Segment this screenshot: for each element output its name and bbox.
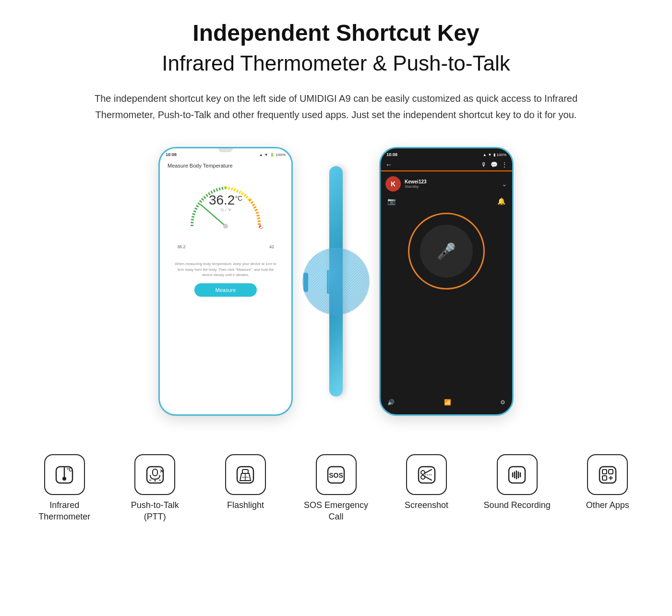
button-highlight bbox=[303, 273, 308, 292]
ptt-chat-icon: 💬 bbox=[491, 161, 498, 168]
gauge-container: 36.2 °C °C / °F bbox=[168, 173, 284, 241]
svg-rect-14 bbox=[242, 470, 248, 473]
svg-rect-32 bbox=[602, 470, 607, 474]
temp-reading: 36.2 °C bbox=[209, 193, 242, 208]
ptt-toolbar-icons: 🎙 💬 ⋮ bbox=[481, 161, 507, 168]
p2-signal-icon: ▲ bbox=[483, 153, 487, 157]
temp-range-high: 42 bbox=[269, 244, 274, 249]
ptt-bell-icon[interactable]: 🔔 bbox=[497, 197, 505, 205]
gauge-center-dot bbox=[223, 224, 228, 229]
side-phone-container bbox=[307, 147, 365, 416]
battery-icon: 🔋 bbox=[270, 153, 275, 157]
flashlight-icon bbox=[233, 463, 257, 487]
sub-title: Infrared Thermometer & Push-to-Talk bbox=[29, 51, 643, 76]
icon-item-sos: SOS SOS EmergencyCall bbox=[300, 454, 372, 522]
thermo-app-title: Measure Body Temperature bbox=[168, 163, 284, 169]
ptt-tools-row: 📷 🔔 bbox=[381, 194, 512, 208]
temp-unit-toggle: °C / °F bbox=[209, 208, 242, 212]
screenshot-icon bbox=[415, 463, 439, 487]
ptt-contact-status: Standby bbox=[405, 184, 502, 189]
header-section: Independent Shortcut Key Infrared Thermo… bbox=[29, 19, 643, 76]
sound-icon-box bbox=[497, 454, 538, 495]
ptt-volume-icon[interactable]: 🔊 bbox=[387, 399, 395, 406]
temp-value: 36.2 bbox=[209, 193, 235, 208]
icon-item-infrared: °C InfraredThermometer bbox=[29, 454, 100, 522]
p2-wifi-icon: ▼ bbox=[488, 153, 492, 157]
ptt-bottom-row: 🔊 📶 ⚙ bbox=[381, 395, 512, 410]
gauge-orange-arc bbox=[250, 200, 259, 226]
ptt-outer-ring: 🎤 bbox=[408, 213, 485, 290]
ptt-settings-icon[interactable]: ⚙ bbox=[500, 399, 505, 406]
temp-display: 36.2 °C °C / °F bbox=[209, 193, 242, 212]
other-apps-icon-label: Other Apps bbox=[586, 500, 629, 511]
svg-point-4 bbox=[62, 477, 66, 481]
side-phone-circle-highlight bbox=[302, 248, 370, 315]
ptt-name-block: Kewei123 Standby bbox=[405, 179, 502, 189]
ptt-contact-name: Kewei123 bbox=[405, 179, 502, 184]
ptt-contact-row: K Kewei123 Standby ⌄ bbox=[381, 173, 512, 194]
flashlight-icon-label: Flashlight bbox=[227, 500, 264, 511]
ptt-avatar: K bbox=[385, 176, 401, 192]
svg-rect-33 bbox=[609, 470, 613, 474]
ptt-signal-icon: 📶 bbox=[444, 399, 451, 406]
screenshot-icon-label: Screenshot bbox=[405, 500, 448, 511]
ptt-camera-icon[interactable]: 📷 bbox=[387, 197, 396, 205]
ptt-chevron-icon: ⌄ bbox=[502, 180, 507, 188]
phone1-status-icons: ▲ ▼ 🔋 100% bbox=[259, 153, 286, 157]
ptt-more-icon[interactable]: ⋮ bbox=[502, 161, 507, 168]
phone2-notch bbox=[439, 148, 454, 152]
thermo-instructions: When measuring body temperature, keep yo… bbox=[172, 261, 279, 278]
ptt-icon-label: Push-to-Talk(PTT) bbox=[131, 500, 179, 522]
ptt-mic-icon: 🎙 bbox=[481, 161, 487, 168]
thermo-app-content: Measure Body Temperature bbox=[160, 159, 291, 302]
ptt-app-bar: ← 🎙 💬 ⋮ bbox=[381, 159, 512, 171]
icon-item-flashlight: Flashlight bbox=[210, 454, 281, 511]
svg-text:SOS: SOS bbox=[329, 471, 343, 479]
phone2-frame: 10:08 ▲ ▼ ▮ 100% ← 🎙 💬 ⋮ bbox=[379, 147, 514, 416]
battery-percent: 100% bbox=[276, 153, 286, 157]
icon-item-screenshot: Screenshot bbox=[391, 454, 462, 511]
svg-rect-7 bbox=[153, 469, 157, 476]
main-title: Independent Shortcut Key bbox=[29, 19, 643, 47]
phones-section: 10:08 ▲ ▼ 🔋 100% Measure Body Temperatur… bbox=[29, 147, 643, 416]
phone1-notch bbox=[218, 148, 233, 152]
screenshot-icon-box bbox=[406, 454, 447, 495]
sound-recording-icon bbox=[505, 463, 529, 487]
infrared-icon-box: °C bbox=[44, 454, 85, 495]
phone1-time: 10:08 bbox=[166, 152, 177, 157]
signal-icon: ▲ bbox=[259, 153, 263, 157]
side-phone-texture bbox=[302, 248, 370, 315]
svg-rect-34 bbox=[602, 476, 607, 480]
icon-item-ptt: Push-to-Talk(PTT) bbox=[120, 454, 191, 522]
ptt-mic-area: 🎤 bbox=[381, 213, 512, 290]
svg-point-1 bbox=[303, 249, 369, 314]
p2-battery-pct: 100% bbox=[497, 153, 506, 157]
phone1-frame: 10:08 ▲ ▼ 🔋 100% Measure Body Temperatur… bbox=[158, 147, 293, 416]
sos-icon-box: SOS bbox=[316, 454, 357, 495]
measure-button[interactable]: Measure bbox=[194, 283, 257, 297]
infrared-thermometer-icon: °C bbox=[52, 463, 76, 487]
phone1-wrapper: 10:08 ▲ ▼ 🔋 100% Measure Body Temperatur… bbox=[158, 147, 293, 416]
phone2-status-icons: ▲ ▼ ▮ 100% bbox=[483, 153, 506, 157]
p2-battery-icon: ▮ bbox=[493, 153, 495, 157]
phone2-time: 10:08 bbox=[386, 152, 397, 157]
sos-icon-label: SOS EmergencyCall bbox=[304, 500, 368, 522]
ptt-icon-box bbox=[134, 454, 175, 495]
ptt-back-icon[interactable]: ← bbox=[385, 161, 392, 169]
icon-item-sound: Sound Recording bbox=[481, 454, 553, 511]
flashlight-icon-box bbox=[225, 454, 266, 495]
sos-icon: SOS bbox=[324, 463, 348, 487]
temp-range: 36.2 42 bbox=[168, 244, 284, 249]
temp-unit-super: °C bbox=[235, 194, 242, 202]
svg-line-23 bbox=[424, 476, 432, 480]
description: The independent shortcut key on the left… bbox=[72, 90, 600, 123]
phone2-wrapper: 10:08 ▲ ▼ ▮ 100% ← 🎙 💬 ⋮ bbox=[379, 147, 514, 416]
ptt-mic-button[interactable]: 🎤 bbox=[420, 225, 473, 278]
icons-section: °C InfraredThermometer bbox=[29, 445, 643, 532]
ptt-mic-symbol: 🎤 bbox=[437, 242, 456, 260]
svg-line-22 bbox=[424, 470, 432, 473]
sound-icon-label: Sound Recording bbox=[484, 500, 551, 511]
temp-range-low: 36.2 bbox=[177, 244, 186, 249]
other-apps-icon-box bbox=[587, 454, 628, 495]
push-to-talk-icon bbox=[143, 463, 167, 487]
